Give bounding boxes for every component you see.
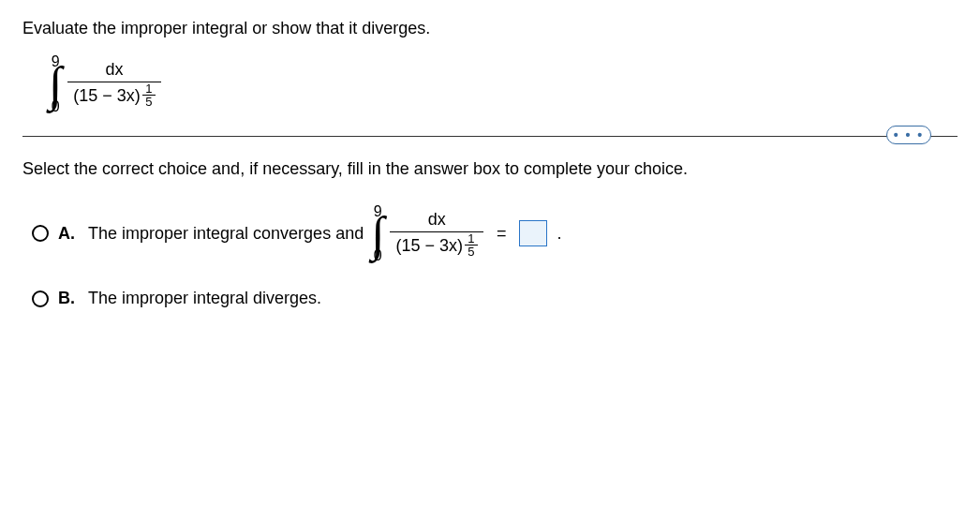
question-prompt: Evaluate the improper integral or show t…	[22, 19, 958, 38]
answer-input[interactable]	[519, 220, 547, 246]
choice-a-radio[interactable]	[32, 225, 49, 242]
integral-expression: 9 ∫ 0 dx (15 − 3x) 1 5	[49, 52, 958, 115]
choice-b-radio[interactable]	[32, 290, 49, 307]
integral-lower-limit: 0	[52, 98, 60, 115]
choice-b-text: The improper integral diverges.	[88, 289, 321, 308]
integrand-fraction: dx (15 − 3x) 1 5	[67, 60, 161, 108]
fraction-denominator: (15 − 3x) 1 5	[67, 82, 161, 108]
more-options-button[interactable]: • • •	[886, 126, 931, 144]
choice-b-label: B.	[58, 289, 79, 308]
instruction-text: Select the correct choice and, if necess…	[22, 159, 958, 179]
denominator-exponent: 1 5	[142, 82, 156, 108]
choice-a-label: A.	[58, 224, 79, 244]
choice-b-row: B. The improper integral diverges.	[32, 289, 958, 308]
fraction-numerator: dx	[100, 60, 129, 82]
denominator-base: (15 − 3x)	[73, 86, 141, 106]
choice-a-integral: 9 ∫ 0 dx (15 − 3x) 1 5	[371, 203, 483, 265]
choice-a-period: .	[557, 224, 561, 244]
equals-sign: =	[497, 224, 507, 244]
choice-a-text: The improper integral converges and	[88, 224, 364, 244]
integral-sign: 9 ∫ 0	[49, 53, 62, 115]
divider	[22, 136, 958, 137]
choice-a-row: A. The improper integral converges and 9…	[32, 203, 958, 265]
